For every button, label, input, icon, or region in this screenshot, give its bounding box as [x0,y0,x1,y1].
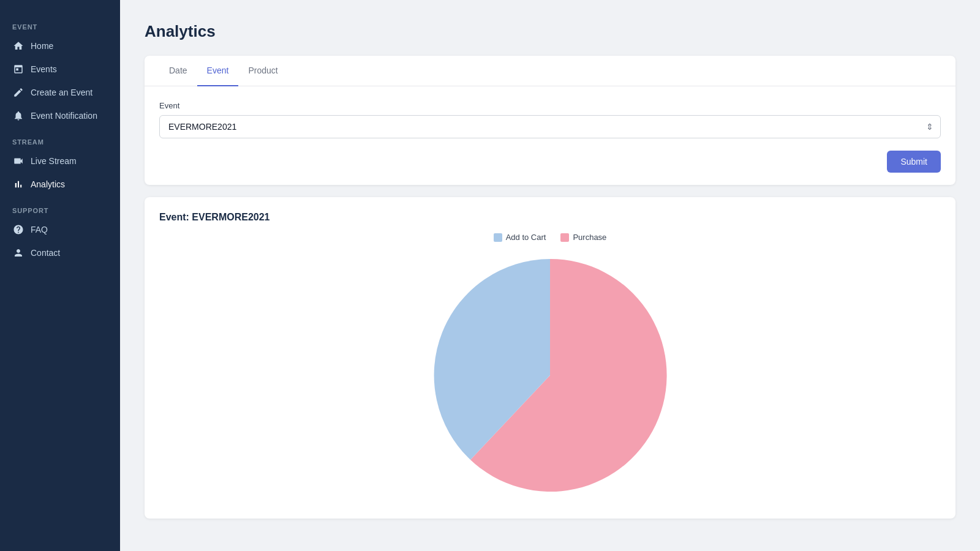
live-icon [12,155,24,167]
sidebar-item-contact[interactable]: Contact [0,241,120,264]
chart-legend: Add to CartPurchase [159,233,941,242]
contact-icon [12,247,24,259]
sidebar-item-live-stream[interactable]: Live Stream [0,149,120,173]
tab-date[interactable]: Date [159,56,197,86]
form-area: Event EVERMORE2021 ⇕ [145,86,956,151]
sidebar-item-label-event-notification: Event Notification [31,111,97,121]
sidebar-section-stream: STREAM [0,127,120,149]
sidebar-section-event: EVENT [0,12,120,34]
form-footer: Submit [145,151,956,185]
chart-title: Event: EVERMORE2021 [159,212,941,223]
legend-label-add-to-cart: Add to Cart [506,233,546,242]
event-select-wrapper: EVERMORE2021 ⇕ [159,115,941,138]
sidebar-item-label-analytics: Analytics [31,179,65,189]
events-icon [12,63,24,75]
filter-card: DateEventProduct Event EVERMORE2021 ⇕ Su… [145,56,956,185]
sidebar-item-event-notification[interactable]: Event Notification [0,104,120,127]
sidebar: EVENTHomeEventsCreate an EventEvent Noti… [0,0,120,551]
chart-card: Event: EVERMORE2021 Add to CartPurchase [145,197,956,519]
legend-label-purchase: Purchase [573,233,606,242]
sidebar-item-analytics[interactable]: Analytics [0,173,120,196]
home-icon [12,40,24,52]
legend-item-add-to-cart: Add to Cart [494,233,546,242]
main-content: Analytics DateEventProduct Event EVERMOR… [120,0,980,551]
sidebar-item-label-events: Events [31,64,57,74]
sidebar-item-label-contact: Contact [31,248,60,258]
tab-event[interactable]: Event [197,56,239,86]
tab-bar: DateEventProduct [145,56,956,86]
page-title: Analytics [145,22,956,41]
analytics-icon [12,178,24,190]
sidebar-item-faq[interactable]: FAQ [0,218,120,241]
tab-product[interactable]: Product [238,56,287,86]
pie-chart-container [159,247,941,504]
legend-item-purchase: Purchase [560,233,606,242]
create-icon [12,86,24,99]
sidebar-item-label-create-event: Create an Event [31,88,92,97]
sidebar-item-create-event[interactable]: Create an Event [0,81,120,104]
sidebar-section-support: SUPPORT [0,196,120,218]
sidebar-item-home[interactable]: Home [0,34,120,58]
sidebar-item-label-live-stream: Live Stream [31,156,77,166]
event-select[interactable]: EVERMORE2021 [159,115,941,138]
pie-chart [391,247,709,504]
notification-icon [12,110,24,122]
submit-button[interactable]: Submit [887,151,941,173]
sidebar-item-label-faq: FAQ [31,225,48,234]
legend-dot-add-to-cart [494,233,502,242]
legend-dot-purchase [560,233,569,242]
sidebar-item-label-home: Home [31,41,53,51]
faq-icon [12,223,24,236]
event-label: Event [159,101,941,110]
sidebar-item-events[interactable]: Events [0,58,120,81]
